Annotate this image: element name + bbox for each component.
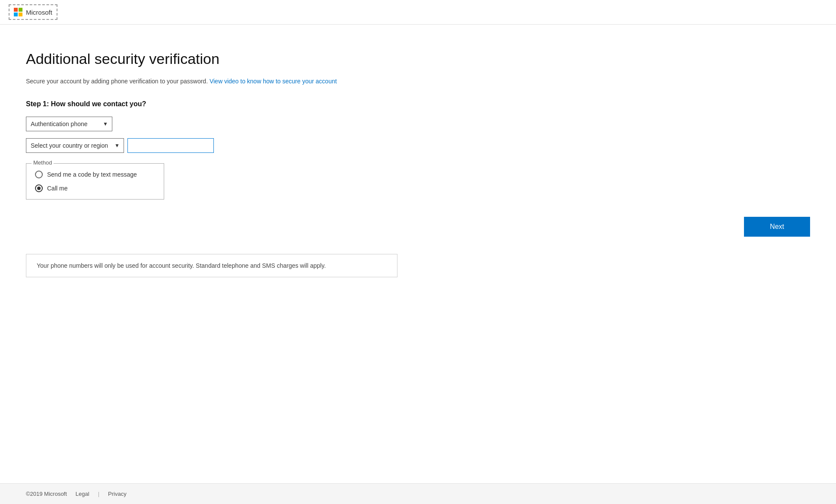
footer-privacy-link[interactable]: Privacy xyxy=(108,491,127,497)
next-button[interactable]: Next xyxy=(744,217,810,237)
microsoft-logo[interactable]: Microsoft xyxy=(9,4,57,20)
microsoft-logo-text: Microsoft xyxy=(26,9,52,16)
next-button-row: Next xyxy=(26,217,810,237)
country-select[interactable]: Select your country or region xyxy=(26,138,124,153)
call-me-label: Call me xyxy=(47,185,67,192)
call-me-radio[interactable] xyxy=(35,184,43,192)
subtitle: Secure your account by adding phone veri… xyxy=(26,78,810,85)
method-box: Method Send me a code by text message Ca… xyxy=(26,163,164,200)
subtitle-link[interactable]: View video to know how to secure your ac… xyxy=(210,78,337,85)
page-title: Additional security verification xyxy=(26,51,810,67)
method-text-option[interactable]: Send me a code by text message xyxy=(35,171,155,178)
contact-method-wrapper: Authentication phoneMobile app ▼ xyxy=(26,117,112,131)
footer-legal-link[interactable]: Legal xyxy=(76,491,89,497)
contact-method-group: Authentication phoneMobile app ▼ xyxy=(26,117,810,131)
phone-number-input[interactable] xyxy=(127,138,214,153)
text-message-label: Send me a code by text message xyxy=(47,171,137,178)
subtitle-text: Secure your account by adding phone veri… xyxy=(26,78,208,85)
footer: ©2019 Microsoft Legal | Privacy xyxy=(0,483,836,504)
main-content: Additional security verification Secure … xyxy=(0,25,836,483)
call-me-radio-inner xyxy=(37,187,41,190)
country-select-wrapper: Select your country or region ▼ xyxy=(26,138,124,153)
method-call-option[interactable]: Call me xyxy=(35,184,155,192)
contact-method-select[interactable]: Authentication phoneMobile app xyxy=(26,117,112,131)
text-message-radio[interactable] xyxy=(35,171,43,178)
phone-row: Select your country or region ▼ xyxy=(26,138,810,153)
method-legend: Method xyxy=(32,159,54,166)
header: Microsoft xyxy=(0,0,836,25)
ms-grid-icon xyxy=(14,8,22,16)
step-heading: Step 1: How should we contact you? xyxy=(26,100,810,108)
notice-text: Your phone numbers will only be used for… xyxy=(37,262,326,269)
footer-copyright: ©2019 Microsoft xyxy=(26,491,67,497)
footer-divider: | xyxy=(98,491,99,497)
notice-box: Your phone numbers will only be used for… xyxy=(26,254,397,277)
